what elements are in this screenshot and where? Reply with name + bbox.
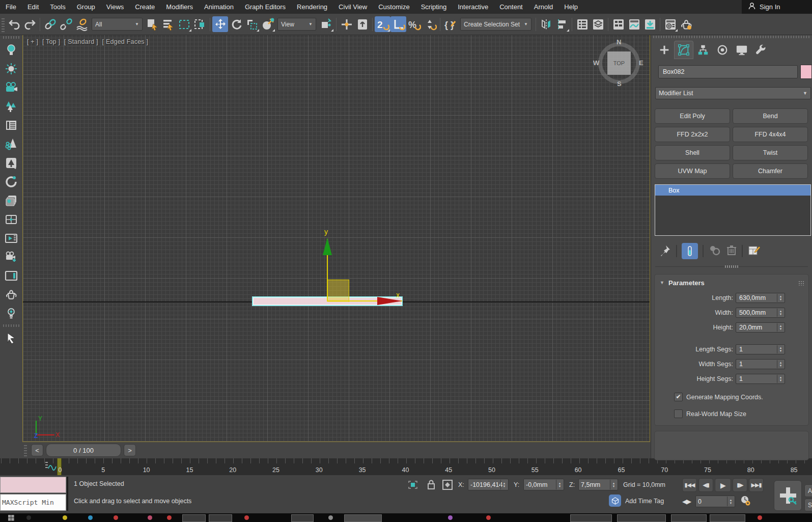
window-crossing-icon[interactable] [192,16,208,32]
parameter-spinner[interactable]: ▲▼ [777,294,784,302]
menu-group[interactable]: Group [71,0,101,14]
maxscript-mini-listener[interactable] [0,477,66,493]
frame-step-arrows[interactable]: ◀▶ [682,498,691,505]
go-to-start-button[interactable]: ▮◀◀ [682,478,697,492]
modifier-button-twist[interactable]: Twist [733,145,808,160]
taskbar-app-icon[interactable] [448,515,453,520]
taskbar-app-button[interactable] [182,514,206,522]
swirl-icon[interactable] [0,172,22,191]
rectangular-selection-region-icon[interactable] [176,16,192,32]
taskbar-app-icon[interactable] [26,515,31,520]
menu-create[interactable]: Create [129,0,160,14]
taskbar-app-button[interactable] [570,514,612,522]
menu-help[interactable]: Help [558,0,583,14]
modifier-button-shell[interactable]: Shell [655,145,730,160]
menu-scripting[interactable]: Scripting [415,0,453,14]
menu-content[interactable]: Content [494,0,528,14]
taskbar-app-icon[interactable] [148,515,152,520]
parameter-field[interactable]: 500,0mm▲▼ [736,308,785,318]
menu-rendering[interactable]: Rendering [291,0,333,14]
select-and-scale-icon[interactable] [244,16,260,32]
table-report-icon[interactable] [0,116,22,134]
panel-splitter[interactable] [655,266,808,270]
previous-frame-playback-button[interactable]: ◀▮ [698,478,713,492]
coord-y-field[interactable]: -0,0mm ▲▼ [523,479,564,490]
set-keys-button[interactable] [774,480,802,511]
current-frame-field[interactable]: 0 ▲▼ [695,496,735,507]
cursor-arrow-icon[interactable] [0,328,22,347]
select-and-manipulate-icon[interactable] [339,16,354,32]
parameter-field[interactable]: 1▲▼ [736,359,785,369]
lightbulb-icon[interactable] [0,40,22,59]
viewport-menu-pov[interactable]: [ Top ] [42,38,60,45]
menu-civil-view[interactable]: Civil View [333,0,373,14]
track-bar[interactable]: 0510152025303540455055606570758085 [0,458,812,476]
menu-tools[interactable]: Tools [44,0,71,14]
ribbon-toggle-icon[interactable] [610,16,626,32]
monitor-icon[interactable] [0,266,22,285]
modifier-button-ffd-2x2x2[interactable]: FFD 2x2x2 [655,127,730,142]
tab-display[interactable] [733,41,751,59]
menu-views[interactable]: Views [101,0,129,14]
tab-utilities[interactable] [752,41,770,59]
select-and-place-icon[interactable] [260,16,275,32]
edit-named-selection-sets-icon[interactable]: { } [442,16,458,32]
play-button[interactable]: ▶ [715,478,731,492]
viewport-menu-shading[interactable]: [ Edged Faces ] [102,38,149,45]
percent-snap-toggle-icon[interactable]: % [406,16,422,32]
previous-frame-button[interactable]: < [31,444,43,456]
coord-z-spinner[interactable]: ▲▼ [610,480,617,489]
tab-motion[interactable] [713,41,732,59]
redo-icon[interactable] [22,16,38,32]
taskbar-app-button[interactable] [344,514,382,522]
camera-icon[interactable] [0,78,22,97]
parameter-field[interactable]: 1▲▼ [736,344,785,354]
selection-filter-dropdown[interactable]: All▼ [92,18,143,31]
named-selection-set-dropdown[interactable]: Create Selection Set▼ [460,18,531,31]
teapot-icon[interactable] [0,285,22,304]
parameter-field[interactable]: 20,0mm▲▼ [736,322,785,333]
coord-x-field[interactable]: -10196,414 ▲▼ [468,479,509,490]
parameter-spinner[interactable]: ▲▼ [777,360,784,368]
select-and-rotate-icon[interactable] [228,16,244,32]
taskbar-app-icon[interactable] [328,515,333,520]
modifier-button-edit-poly[interactable]: Edit Poly [655,108,730,124]
menu-file[interactable]: File [0,0,22,14]
select-by-name-icon[interactable] [160,16,176,32]
taskbar-app-button[interactable] [671,514,707,522]
parameter-spinner[interactable]: ▲▼ [777,345,784,353]
menu-animation[interactable]: Animation [199,0,239,14]
mini-curve-editor-icon[interactable] [44,460,57,474]
modifier-button-uvw-map[interactable]: UVW Map [655,163,730,179]
menu-arnold[interactable]: Arnold [528,0,559,14]
show-end-result-toggle[interactable] [682,243,698,259]
viewcube-north[interactable]: N [617,38,621,46]
remove-modifier-icon[interactable] [726,244,737,258]
bulb-gear-icon[interactable] [0,304,22,323]
time-tag-icon[interactable] [609,494,621,507]
menu-edit[interactable]: Edit [22,0,44,14]
rollout-collapse-icon[interactable]: ▼ [660,280,664,285]
add-time-tag-label[interactable]: Add Time Tag [625,498,664,505]
toolbar-grip[interactable] [2,17,5,32]
sun-icon[interactable] [0,59,22,78]
taskbar-app-icon[interactable] [486,515,491,520]
tab-hierarchy[interactable] [694,41,712,59]
video-player-icon[interactable] [0,210,22,229]
viewcube-east[interactable]: E [639,59,643,67]
bind-to-space-warp-icon[interactable] [74,16,90,32]
menu-interactive[interactable]: Interactive [452,0,494,14]
windows-taskbar[interactable] [0,513,812,522]
frame-spinner[interactable]: ▲▼ [727,497,734,506]
mirror-icon[interactable] [538,16,554,32]
checkbox-unchecked[interactable] [674,409,683,418]
next-frame-playback-button[interactable]: ▮▶ [733,478,747,492]
absolute-offset-toggle-icon[interactable] [442,479,453,492]
panel-grip[interactable] [653,36,810,38]
angle-snap-toggle-icon[interactable] [390,16,406,32]
unlink-selection-icon[interactable] [58,16,74,32]
parameter-spinner[interactable]: ▲▼ [777,309,784,317]
viewport-menu-general[interactable]: [ + ] [27,38,38,45]
undo-icon[interactable] [6,16,22,32]
tree-box-icon[interactable] [0,153,22,172]
